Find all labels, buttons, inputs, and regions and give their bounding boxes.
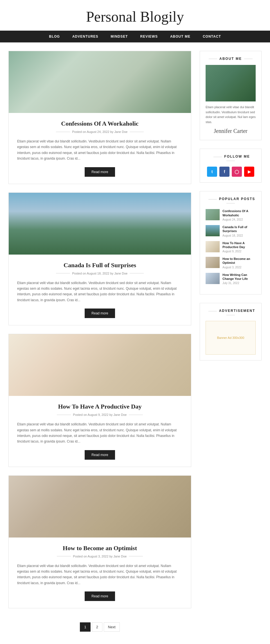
post-image-1 [9, 51, 191, 113]
post-image-3 [9, 334, 191, 396]
post-excerpt-1: Etiam placerat velit vitae dui blandit s… [17, 139, 183, 162]
post-meta-2: Posted on August 18, 2022 by Jane Doe [17, 272, 183, 275]
post-excerpt-4: Etiam placerat velit vitae dui blandit s… [17, 563, 183, 586]
popular-post-title[interactable]: How Writing Can Change Your Life [222, 273, 256, 281]
advertisement-widget: ADVERTISEMENT Banner Ad 300x300 [200, 303, 262, 360]
popular-post-item: How To Have A Productive Day August 9, 2… [206, 241, 256, 253]
popular-post-thumb [206, 257, 220, 268]
popular-post-info: Canada Is Full of Surprises August 18, 2… [222, 225, 256, 237]
popular-posts-title: POPULAR POSTS [206, 197, 256, 205]
post-image-2 [9, 193, 191, 255]
post-card-4: How to Become an Optimist Posted on Augu… [8, 475, 191, 609]
nav-item-blog[interactable]: BLOG [43, 31, 66, 42]
about-me-title: ABOUT ME [206, 57, 256, 61]
site-header: Personal Blogily [0, 0, 270, 31]
popular-post-info: How to Become an Optimist August 3, 2022 [222, 257, 256, 269]
popular-posts-widget: POPULAR POSTS Confessions Of A Workaholi… [200, 191, 262, 294]
post-title-4: How to Become an Optimist [17, 545, 183, 552]
social-icons: t f ◯ ▶ [206, 167, 256, 177]
post-title-1: Confessions Of A Workaholic [17, 120, 183, 127]
post-body-2: Canada Is Full of Surprises Posted on Au… [9, 255, 191, 325]
instagram-icon[interactable]: ◯ [232, 167, 242, 177]
post-image-4 [9, 476, 191, 538]
site-content: Confessions Of A Workaholic Posted on Au… [0, 42, 270, 644]
popular-post-item: How to Become an Optimist August 3, 2022 [206, 257, 256, 269]
popular-post-thumb [206, 241, 220, 252]
page-1-link[interactable]: 1 [80, 622, 90, 632]
nav-item-about-me[interactable]: ABOUT ME [164, 31, 197, 42]
popular-post-item: Canada Is Full of Surprises August 18, 2… [206, 225, 256, 237]
nav-item-adventures[interactable]: ADVENTURES [66, 31, 105, 42]
popular-post-item: Confessions Of A Workaholic August 24, 2… [206, 209, 256, 221]
popular-post-title[interactable]: Canada Is Full of Surprises [222, 225, 256, 233]
sidebar: ABOUT ME Etiam placerat velit vitae dui … [200, 51, 262, 640]
popular-post-date: August 18, 2022 [222, 234, 256, 237]
popular-post-title[interactable]: Confessions Of A Workaholic [222, 209, 256, 217]
main-navigation: BLOGADVENTURESMINDSETREVIEWSABOUT MECONT… [0, 31, 270, 42]
pagination: 1 2 Next [8, 617, 191, 640]
nav-item-contact[interactable]: CONTACT [197, 31, 227, 42]
youtube-icon[interactable]: ▶ [244, 167, 254, 177]
post-meta-4: Posted on August 3, 2022 by Jane Doe [17, 555, 183, 558]
post-meta-1: Posted on August 24, 2022 by Jane Doe [17, 130, 183, 133]
main-content: Confessions Of A Workaholic Posted on Au… [8, 51, 191, 640]
popular-post-item: How Writing Can Change Your Life July 31… [206, 273, 256, 285]
about-me-text: Etiam placerat velit vitae dui blandit s… [206, 105, 256, 124]
about-signature: Jennifer Carter [206, 128, 256, 134]
popular-post-info: How Writing Can Change Your Life July 31… [222, 273, 256, 285]
popular-post-info: Confessions Of A Workaholic August 24, 2… [222, 209, 256, 221]
ad-box: Banner Ad 300x300 [206, 321, 256, 355]
site-title: Personal Blogily [6, 8, 264, 25]
post-excerpt-2: Etiam placerat velit vitae dui blandit s… [17, 280, 183, 303]
post-excerpt-3: Etiam placerat velit vitae dui blandit s… [17, 421, 183, 445]
read-more-button-2[interactable]: Read more [85, 309, 115, 318]
popular-post-date: July 31, 2022 [222, 282, 256, 285]
ad-text: Banner Ad 300x300 [217, 336, 244, 339]
post-title-2: Canada Is Full of Surprises [17, 262, 183, 269]
popular-post-date: August 9, 2022 [222, 250, 256, 253]
post-body-1: Confessions Of A Workaholic Posted on Au… [9, 113, 191, 184]
advertisement-title: ADVERTISEMENT [206, 309, 256, 317]
popular-post-title[interactable]: How to Become an Optimist [222, 257, 256, 265]
popular-post-thumb [206, 273, 220, 284]
about-me-image [206, 65, 256, 101]
read-more-button-3[interactable]: Read more [85, 450, 115, 460]
post-title-3: How To Have A Productive Day [17, 403, 183, 410]
post-card-1: Confessions Of A Workaholic Posted on Au… [8, 51, 191, 184]
post-body-3: How To Have A Productive Day Posted on A… [9, 396, 191, 467]
post-meta-3: Posted on August 9, 2022 by Jane Doe [17, 413, 183, 416]
about-me-widget: ABOUT ME Etiam placerat velit vitae dui … [200, 51, 262, 140]
popular-post-thumb [206, 209, 220, 220]
twitter-icon[interactable]: t [207, 167, 217, 177]
post-card-2: Canada Is Full of Surprises Posted on Au… [8, 192, 191, 326]
follow-me-widget: FOLLOW ME t f ◯ ▶ [200, 149, 262, 183]
popular-post-thumb [206, 225, 220, 236]
post-body-4: How to Become an Optimist Posted on Augu… [9, 538, 191, 608]
read-more-button-4[interactable]: Read more [85, 591, 115, 601]
follow-me-title: FOLLOW ME [206, 155, 256, 162]
facebook-icon[interactable]: f [219, 167, 230, 177]
read-more-button-1[interactable]: Read more [85, 167, 115, 177]
nav-item-reviews[interactable]: REVIEWS [134, 31, 164, 42]
popular-post-info: How To Have A Productive Day August 9, 2… [222, 241, 256, 253]
next-page-link[interactable]: Next [104, 622, 120, 632]
nav-item-mindset[interactable]: MINDSET [105, 31, 134, 42]
popular-post-date: August 24, 2022 [222, 218, 256, 221]
popular-post-title[interactable]: How To Have A Productive Day [222, 241, 256, 249]
post-card-3: How To Have A Productive Day Posted on A… [8, 334, 191, 467]
page-2-link[interactable]: 2 [92, 622, 102, 632]
popular-post-date: August 3, 2022 [222, 266, 256, 269]
